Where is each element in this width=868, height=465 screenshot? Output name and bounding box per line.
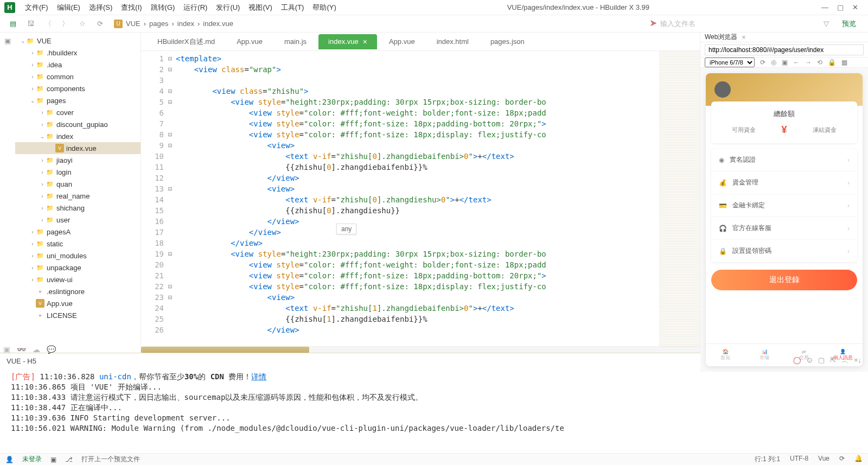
editor-tab[interactable]: main.js (275, 34, 316, 49)
tree-folder[interactable]: ›📁discount_gupiao (15, 118, 141, 130)
browser-tab-label[interactable]: Web浏览器 (705, 33, 737, 42)
editor-tab[interactable]: App.vue (379, 34, 425, 49)
menu-item[interactable]: 视图(V) (244, 3, 276, 11)
forward-icon[interactable]: → (805, 59, 812, 66)
breadcrumb-item[interactable]: VUE (126, 20, 141, 28)
breadcrumb-item[interactable]: pages (149, 20, 168, 28)
preview-button[interactable]: 预览 (834, 19, 864, 29)
menu-item[interactable]: 跳转(G) (146, 3, 180, 11)
sync-icon[interactable]: ⟳ (839, 455, 845, 464)
code-editor[interactable]: 1234567891011121314151617181920212223242… (141, 51, 700, 346)
menu-item[interactable]: 帮助(Y) (308, 3, 340, 11)
new-file-icon[interactable]: ▤ (7, 17, 20, 30)
language-mode[interactable]: Vue (818, 455, 829, 464)
target-icon[interactable]: ◎ (771, 59, 776, 66)
logout-button[interactable]: 退出登錄 (711, 270, 857, 290)
stop-icon[interactable]: ◯ (793, 356, 801, 366)
bell-icon[interactable]: 🔔 (854, 455, 863, 464)
terminal-icon[interactable]: ▣ (50, 456, 56, 463)
avatar-icon[interactable] (714, 81, 731, 98)
breadcrumb-item[interactable]: index (177, 20, 194, 28)
sandbox-icon[interactable]: ▣ (3, 345, 10, 354)
step-icon[interactable]: ⊙ (807, 356, 813, 366)
editor-tab[interactable]: index.vue× (318, 34, 377, 49)
quick-open[interactable]: ⮞ 输入文件名 (650, 19, 813, 29)
clear-icon[interactable]: ▢ (818, 356, 825, 366)
user-menu-item[interactable]: 💳金融卡綁定› (711, 194, 857, 217)
tree-folder[interactable]: ›📁cover (15, 106, 141, 118)
encoding[interactable]: UTF-8 (790, 455, 808, 464)
filter-icon[interactable]: ▽ (824, 20, 829, 28)
tree-folder[interactable]: ›📁pagesA (15, 226, 141, 238)
user-menu-item[interactable]: ◉實名認證› (711, 149, 857, 171)
device-select[interactable]: iPhone 6/7/8 (705, 58, 755, 67)
cloud-icon[interactable]: ☁ (33, 345, 40, 354)
tree-folder[interactable]: ⌄📁index (15, 130, 141, 142)
menu-item[interactable]: 查找(I) (117, 3, 146, 11)
tree-folder[interactable]: ›📁shichang (15, 202, 141, 214)
star-icon[interactable]: ☆ (76, 17, 89, 30)
user-menu-item[interactable]: 🎧官方在線客服› (711, 217, 857, 240)
devtools-icon[interactable]: ▣ (782, 59, 788, 66)
save-icon[interactable]: 🖫 (24, 17, 37, 30)
branch-icon[interactable]: ⎇ (65, 456, 73, 463)
tree-folder[interactable]: ›📁jiaoyi (15, 154, 141, 166)
menu-item[interactable]: 运行(R) (179, 3, 212, 11)
menu-item[interactable]: 发行(U) (212, 3, 244, 11)
close-icon[interactable]: ✕ (852, 3, 858, 11)
nav-back-icon[interactable]: 〈 (41, 17, 54, 30)
glasses-icon[interactable]: 👓 (17, 345, 26, 354)
console-output[interactable]: [广告] 11:10:36.828 uni-cdn，帮你节省至少30%的 CDN… (0, 368, 868, 453)
tree-folder[interactable]: ›📁uni_modules (15, 250, 141, 262)
user-menu-item[interactable]: 🔒設置提領密碼› (711, 240, 857, 262)
editor-tab[interactable]: HBuilderX自述.md (148, 34, 225, 49)
tree-folder[interactable]: ›📁login (15, 166, 141, 178)
tree-folder[interactable]: ›📁quan (15, 178, 141, 190)
collapse-icon[interactable]: ︿ (841, 356, 848, 366)
cursor-position[interactable]: 行:1 列:1 (755, 455, 780, 464)
refresh2-icon[interactable]: ⟲ (817, 59, 822, 66)
lock-icon[interactable]: 🔒 (828, 59, 836, 66)
editor-tab[interactable]: pages.json (481, 34, 534, 49)
tree-file[interactable]: ▫LICENSE (15, 309, 141, 321)
user-menu-item[interactable]: 💰資金管理› (711, 171, 857, 194)
refresh-icon[interactable]: ⟳ (93, 17, 106, 30)
maximize-icon[interactable]: ▢ (837, 3, 844, 11)
tree-folder[interactable]: ⌄📁pages (15, 94, 141, 106)
tree-folder[interactable]: ›📁common (15, 71, 141, 82)
user-icon[interactable]: 👤 (5, 456, 14, 463)
tree-file[interactable]: ▫.eslintignore (15, 285, 141, 297)
cube-icon[interactable]: ▣ (4, 37, 11, 45)
url-input[interactable] (705, 44, 864, 55)
tree-folder[interactable]: ›📁components (15, 82, 141, 94)
nav-fwd-icon[interactable]: 〉 (59, 17, 72, 30)
tree-folder[interactable]: ›📁uview-ui (15, 273, 141, 285)
file-tree[interactable]: ⌄📁VUE›📁.hbuilderx›📁.idea›📁common›📁compon… (15, 33, 141, 353)
reload-icon[interactable]: ⟳ (760, 59, 765, 66)
tree-file[interactable]: Vindex.vue (15, 142, 141, 154)
minimap[interactable] (659, 51, 700, 346)
editor-tab[interactable]: App.vue (227, 34, 272, 49)
login-status[interactable]: 未登录 (22, 455, 42, 464)
tree-folder[interactable]: ⌄📁VUE (15, 35, 141, 47)
menu-item[interactable]: 编辑(E) (53, 3, 85, 11)
export-icon[interactable]: ⇱ (830, 356, 836, 366)
close-tab-icon[interactable]: × (742, 34, 745, 41)
tree-folder[interactable]: ›📁user (15, 214, 141, 226)
tree-folder[interactable]: ›📁real_name (15, 190, 141, 202)
tree-folder[interactable]: ›📁.hbuilderx (15, 47, 141, 59)
editor-tab[interactable]: index.html (427, 34, 478, 49)
chat-icon[interactable]: 💬 (47, 345, 56, 354)
horizontal-scrollbar[interactable] (141, 346, 700, 353)
tree-folder[interactable]: ›📁.idea (15, 59, 141, 71)
breadcrumb-item[interactable]: index.vue (203, 20, 233, 28)
menu-item[interactable]: 文件(F) (21, 3, 53, 11)
menu-item[interactable]: 工具(T) (277, 3, 309, 11)
tree-folder[interactable]: ›📁static (15, 238, 141, 250)
back-icon[interactable]: ← (793, 59, 800, 66)
menu-item[interactable]: 选择(S) (85, 3, 117, 11)
close-console-icon[interactable]: ×↓ (854, 356, 861, 366)
tree-folder[interactable]: ›📁unpackage (15, 262, 141, 273)
minimize-icon[interactable]: — (821, 3, 828, 11)
qr-icon[interactable]: ▦ (841, 59, 847, 66)
